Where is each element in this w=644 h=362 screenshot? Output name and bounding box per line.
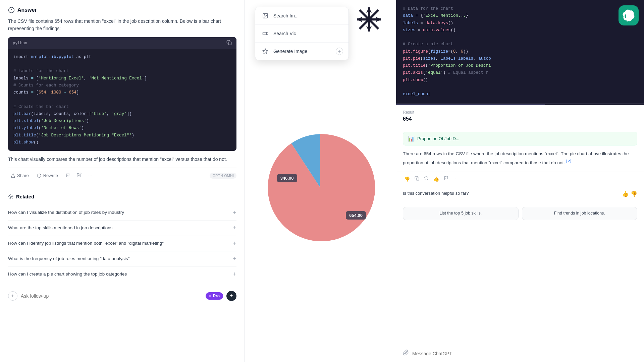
- delete-button[interactable]: [63, 171, 72, 180]
- chatgpt-code-area: # Data for the chart data = {'Excel Ment…: [396, 0, 644, 104]
- send-icon: [229, 294, 234, 298]
- thumbs-down-alt[interactable]: [442, 175, 450, 183]
- add-follow-up-button[interactable]: +: [8, 291, 17, 301]
- pro-dot: [209, 295, 211, 297]
- trash-icon: [65, 173, 70, 177]
- search-dropdown: Search Im... Search Vic Generate Image +: [255, 7, 349, 60]
- related-item-text: How can I identify job listings that men…: [8, 240, 164, 247]
- attach-button[interactable]: [403, 350, 409, 357]
- chatgpt-desc-text: There are 654 rows in the CSV file where…: [403, 151, 629, 165]
- generate-image-label: Generate Image: [273, 49, 307, 54]
- expand-feedback[interactable]: ⋯: [452, 175, 459, 183]
- pie-chart: 346.00 654.00: [263, 131, 377, 245]
- related-item[interactable]: What is the frequency of job roles menti…: [8, 251, 236, 266]
- related-item-text: How can I visualize the distribution of …: [8, 209, 124, 216]
- thumbs-up-helpful[interactable]: 👍: [622, 191, 629, 197]
- source-link[interactable]: [↗]: [566, 159, 571, 163]
- svg-rect-3: [228, 42, 231, 45]
- helpful-section: Is this conversation helpful so far? 👍 👎: [396, 186, 644, 202]
- answer-title: Answer: [17, 7, 37, 13]
- copy-code-button[interactable]: [226, 40, 232, 46]
- refresh-icon: [424, 176, 429, 181]
- helpful-text: Is this conversation helpful so far?: [403, 191, 619, 196]
- generate-image-item[interactable]: Generate Image +: [255, 43, 348, 60]
- pro-label: Pro: [213, 294, 220, 298]
- right-panel: # Data for the chart data = {'Excel Ment…: [396, 0, 644, 362]
- generate-plus-icon: +: [336, 48, 343, 55]
- answer-section: Answer The CSV file contains 654 rows th…: [0, 0, 245, 187]
- perplexity-logo: [356, 6, 382, 33]
- pro-badge: Pro: [206, 292, 223, 300]
- chatgpt-avatar: [619, 5, 639, 25]
- code-lang: python: [13, 41, 27, 45]
- code-content: import matplotlib.pyplot as plt # Labels…: [8, 49, 236, 151]
- paperclip-icon: [403, 350, 409, 356]
- result-label: Result: [403, 110, 637, 115]
- scroll-thumb[interactable]: [396, 104, 545, 105]
- action-bar: Share Rewrite ··· GPT-4 OMNI: [8, 168, 236, 182]
- more-button[interactable]: ···: [86, 172, 94, 180]
- related-item-text: What are the top skills mentioned in job…: [8, 225, 112, 231]
- thumbs-up-feedback[interactable]: 👍: [432, 175, 440, 183]
- chatgpt-input-row: [396, 345, 644, 362]
- pie-label-large: 654.00: [346, 211, 366, 220]
- flag-icon: [444, 176, 448, 181]
- bar-chart-icon: 📊: [408, 135, 415, 142]
- search-images-item[interactable]: Search Im...: [255, 7, 348, 24]
- related-item[interactable]: How can I create a pie chart showing the…: [8, 266, 236, 282]
- regenerate-feedback[interactable]: [423, 175, 430, 183]
- related-plus-icon: +: [233, 209, 236, 216]
- send-button[interactable]: [226, 291, 236, 301]
- search-video-label: Search Vic: [273, 31, 296, 36]
- related-plus-icon: +: [233, 255, 236, 262]
- follow-up-input[interactable]: [21, 293, 202, 299]
- svg-marker-11: [263, 49, 268, 54]
- rewrite-button[interactable]: Rewrite: [34, 172, 61, 179]
- pie-value-large: 654.00: [349, 213, 363, 218]
- answer-desc: This chart visually compares the number …: [8, 156, 236, 163]
- svg-point-5: [10, 196, 11, 197]
- result-value: 654: [403, 116, 637, 122]
- related-item[interactable]: What are the top skills mentioned in job…: [8, 220, 236, 236]
- proportion-button[interactable]: 📊 Proportion Of Job D...: [403, 132, 637, 145]
- middle-panel: Search Im... Search Vic Generate Image +: [245, 0, 396, 362]
- share-button[interactable]: Share: [8, 172, 32, 179]
- pie-value-small: 346.00: [280, 176, 294, 181]
- related-icon: [8, 194, 13, 199]
- related-plus-icon: +: [233, 240, 236, 247]
- thumbs-down-helpful[interactable]: 👎: [631, 191, 637, 197]
- svg-point-8: [264, 14, 265, 15]
- related-item[interactable]: How can I visualize the distribution of …: [8, 205, 236, 220]
- feedback-row: 👎 👍 ⋯: [396, 172, 644, 186]
- related-plus-icon: +: [233, 271, 236, 278]
- related-item[interactable]: How can I identify job listings that men…: [8, 236, 236, 251]
- rewrite-icon: [37, 173, 42, 178]
- suggestion-chip-1[interactable]: List the top 5 job skills.: [403, 207, 519, 220]
- answer-icon: [8, 7, 15, 13]
- generate-image-icon: [261, 47, 270, 56]
- copy-feedback[interactable]: [413, 175, 421, 183]
- svg-rect-20: [416, 178, 419, 181]
- left-panel: Answer The CSV file contains 654 rows th…: [0, 0, 245, 362]
- scroll-bar-area: [396, 104, 644, 105]
- related-item-text: What is the frequency of job roles menti…: [8, 256, 129, 262]
- chatgpt-input-field[interactable]: [412, 351, 637, 356]
- related-section: Related How can I visualize the distribu…: [0, 187, 245, 286]
- answer-header: Answer: [8, 7, 236, 13]
- edit-button[interactable]: [75, 171, 84, 180]
- pie-label-small: 346.00: [277, 174, 297, 182]
- answer-text: The CSV file contains 654 rows that ment…: [8, 17, 236, 33]
- follow-up-bar: + Pro: [0, 286, 245, 306]
- share-label: Share: [17, 173, 29, 178]
- rewrite-label: Rewrite: [43, 173, 58, 178]
- edit-icon: [77, 173, 82, 177]
- thumbs-down-feedback[interactable]: 👎: [403, 175, 411, 183]
- proportion-label: Proportion Of Job D...: [417, 136, 460, 141]
- related-header: Related: [8, 194, 236, 199]
- code-header: python: [8, 37, 236, 49]
- suggestion-chip-2[interactable]: Find trends in job locations.: [522, 207, 638, 220]
- result-section: Result 654: [396, 105, 644, 127]
- related-item-text: How can I create a pie chart showing the…: [8, 271, 127, 278]
- search-images-label: Search Im...: [273, 13, 299, 18]
- search-video-item[interactable]: Search Vic: [255, 25, 348, 42]
